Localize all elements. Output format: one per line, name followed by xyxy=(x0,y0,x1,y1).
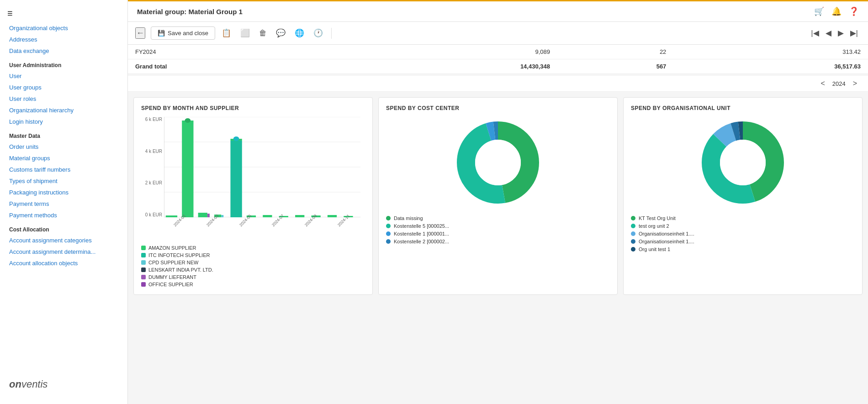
sidebar-item-user[interactable]: User xyxy=(0,70,127,82)
table-row: FY2024 9,089 22 313.42 xyxy=(128,45,868,59)
legend-item-kostenstelle5: Kostenstelle 5 [000025... xyxy=(386,223,610,229)
comment-icon-button[interactable]: 💬 xyxy=(273,26,288,40)
nav-first-button[interactable]: |◀ xyxy=(808,26,821,40)
cost-center-chart-card: SPEND BY COST CENTER Dat xyxy=(378,97,618,295)
y-axis-label-4k: 4 k EUR xyxy=(140,149,162,154)
sidebar-item-customs-tariff-numbers[interactable]: Customs tariff numbers xyxy=(0,164,127,175)
legend-label-org-unit-test1: Org unit test 1 xyxy=(639,247,670,252)
year-navigation: < 2024 > xyxy=(128,76,868,92)
legend-item-org-einheit1a: Organisationseinheit 1.... xyxy=(631,231,855,236)
nav-last-button[interactable]: ▶| xyxy=(847,26,861,40)
sidebar-item-login-history[interactable]: Login history xyxy=(0,116,127,127)
legend-item-cpd: CPD SUPPLIER NEW xyxy=(141,260,365,265)
sidebar-item-material-groups[interactable]: Material groups xyxy=(0,152,127,164)
legend-dot-org-einheit1a xyxy=(631,231,635,236)
sidebar-item-packaging-instructions[interactable]: Packaging instructions xyxy=(0,187,127,198)
table-cell-grand-total-col3: 567 xyxy=(557,59,673,74)
sidebar-item-types-of-shipment[interactable]: Types of shipment xyxy=(0,175,127,187)
help-icon[interactable]: ❓ xyxy=(849,6,859,16)
svg-rect-12 xyxy=(230,141,242,217)
sidebar-item-data-exchange[interactable]: Data exchange xyxy=(0,45,127,57)
table-row-grand-total: Grand total 14,430,348 567 36,517.63 xyxy=(128,59,868,74)
content-area: FY2024 9,089 22 313.42 Grand total 14,43… xyxy=(128,45,868,404)
menu-icon[interactable]: ☰ xyxy=(0,5,127,22)
legend-item-kt-test: KT Test Org Unit xyxy=(631,215,855,221)
sidebar-item-addresses[interactable]: Addresses xyxy=(0,34,127,45)
year-next-button[interactable]: > xyxy=(853,79,857,88)
y-axis-label-6k: 6 k EUR xyxy=(140,117,162,122)
legend-dot-org-einheit1b xyxy=(631,239,635,244)
save-and-close-button[interactable]: 💾 Save and close xyxy=(151,26,215,40)
legend-dot-kostenstelle1 xyxy=(386,231,391,236)
legend-item-org-unit-test1: Org unit test 1 xyxy=(631,247,855,252)
nav-next-button[interactable]: ▶ xyxy=(835,26,847,40)
toolbar-separator xyxy=(331,28,332,39)
sidebar-item-order-units[interactable]: Order units xyxy=(0,141,127,152)
svg-point-22 xyxy=(233,136,239,141)
save-and-close-label: Save and close xyxy=(168,30,208,37)
nav-prev-button[interactable]: ◀ xyxy=(823,26,834,40)
table-cell-grand-total-label: Grand total xyxy=(128,59,347,74)
table-cell-col4: 313.42 xyxy=(673,45,868,59)
copy-icon-button[interactable]: ⬜ xyxy=(238,26,253,40)
svg-rect-9 xyxy=(207,214,210,217)
legend-dot-lenskart xyxy=(141,268,146,272)
legend-label-kostenstelle2: Kostenstelle 2 [000002... xyxy=(394,239,449,244)
org-unit-legend: KT Test Org Unit test org unit 2 Organis… xyxy=(631,215,855,252)
legend-item-test-org-unit2: test org unit 2 xyxy=(631,223,855,229)
sidebar: ☰ Organizational objects Addresses Data … xyxy=(0,0,128,404)
table-cell-grand-total-col2: 14,430,348 xyxy=(347,59,557,74)
bar-chart-svg xyxy=(164,117,360,217)
sidebar-item-user-groups[interactable]: User groups xyxy=(0,82,127,93)
history-icon-button[interactable]: 🕐 xyxy=(311,26,326,40)
table-cell-label: FY2024 xyxy=(128,45,347,59)
sidebar-item-organizational-hierarchy[interactable]: Organizational hierarchy xyxy=(0,105,127,116)
sidebar-item-organizational-objects[interactable]: Organizational objects xyxy=(0,22,127,34)
sidebar-section-org: Organizational objects Addresses Data ex… xyxy=(0,22,127,57)
org-unit-donut xyxy=(631,117,855,208)
cost-center-legend: Data missing Kostenstelle 5 [000025... K… xyxy=(386,215,610,244)
svg-point-27 xyxy=(475,140,521,185)
cost-center-chart-title: SPEND BY COST CENTER xyxy=(386,105,610,111)
legend-item-data-missing: Data missing xyxy=(386,215,610,221)
sidebar-item-payment-methods[interactable]: Payment methods xyxy=(0,210,127,221)
sidebar-section-label-master-data: Master Data xyxy=(0,127,127,141)
legend-dot-kostenstelle5 xyxy=(386,224,391,228)
topbar: Material group: Material Group 1 🛒 🔔 ❓ xyxy=(128,0,868,22)
bar-chart-title: SPEND BY MONTH AND SUPPLIER xyxy=(141,105,365,111)
legend-label-itc: ITC INFOTECH SUPPLIER xyxy=(148,252,210,258)
table-cell-col2: 9,089 xyxy=(347,45,557,59)
back-button[interactable]: ← xyxy=(135,27,145,39)
year-prev-button[interactable]: < xyxy=(820,79,825,88)
sidebar-item-user-roles[interactable]: User roles xyxy=(0,93,127,105)
legend-label-dummy: DUMMY LIEFERANT xyxy=(148,274,196,280)
sidebar-section-label-cost-allocation: Cost Allocation xyxy=(0,221,127,235)
svg-point-33 xyxy=(720,140,766,185)
legend-dot-kostenstelle2 xyxy=(386,239,391,244)
sidebar-item-account-allocation-objects[interactable]: Account allocation objects xyxy=(0,257,127,269)
legend-dot-data-missing xyxy=(386,216,391,220)
legend-dot-itc xyxy=(141,253,146,257)
details-icon-button[interactable]: 📋 xyxy=(219,26,234,40)
topbar-icons: 🛒 🔔 ❓ xyxy=(814,6,859,16)
globe-icon-button[interactable]: 🌐 xyxy=(292,26,307,40)
legend-dot-kt-test xyxy=(631,216,635,220)
bell-icon[interactable]: 🔔 xyxy=(831,6,842,16)
sidebar-item-account-assignment-determina[interactable]: Account assignment determina... xyxy=(0,246,127,257)
legend-item-dummy: DUMMY LIEFERANT xyxy=(141,274,365,280)
toolbar-nav: |◀ ◀ ▶ ▶| xyxy=(808,26,861,40)
sidebar-item-account-assignment-categories[interactable]: Account assignment categories xyxy=(0,235,127,246)
legend-dot-cpd xyxy=(141,260,146,265)
cart-icon[interactable]: 🛒 xyxy=(814,6,824,16)
delete-icon-button[interactable]: 🗑 xyxy=(256,27,270,40)
legend-label-kostenstelle5: Kostenstelle 5 [000025... xyxy=(394,223,449,229)
svg-rect-7 xyxy=(182,121,193,217)
sidebar-item-payment-terms[interactable]: Payment terms xyxy=(0,198,127,210)
table-cell-col3: 22 xyxy=(557,45,673,59)
svg-rect-11 xyxy=(221,215,223,217)
legend-dot-amazon xyxy=(141,246,146,250)
legend-label-data-missing: Data missing xyxy=(394,215,423,221)
svg-point-21 xyxy=(185,118,191,123)
legend-label-kt-test: KT Test Org Unit xyxy=(639,215,676,221)
data-table-section: FY2024 9,089 22 313.42 Grand total 14,43… xyxy=(128,45,868,74)
